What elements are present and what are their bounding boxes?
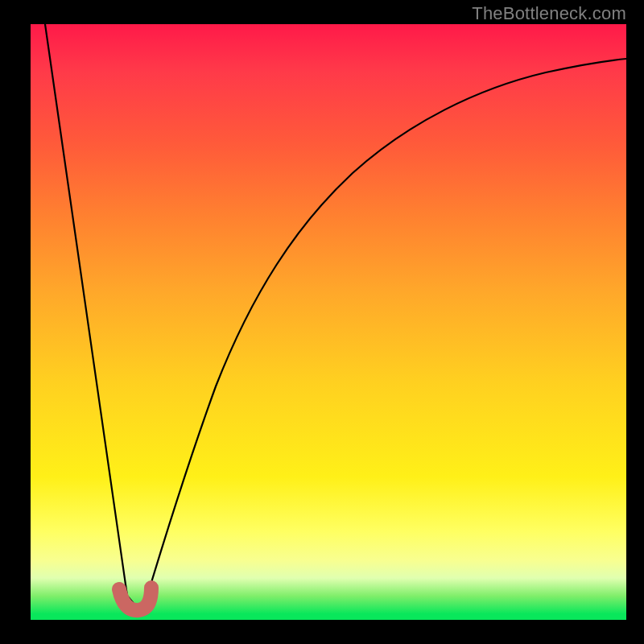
plot-area (31, 24, 626, 620)
chart-frame: TheBottleneck.com (0, 0, 644, 644)
bottleneck-curve (45, 24, 626, 605)
optimal-marker (119, 588, 151, 610)
curve-layer (31, 24, 626, 620)
watermark-text: TheBottleneck.com (472, 3, 626, 24)
